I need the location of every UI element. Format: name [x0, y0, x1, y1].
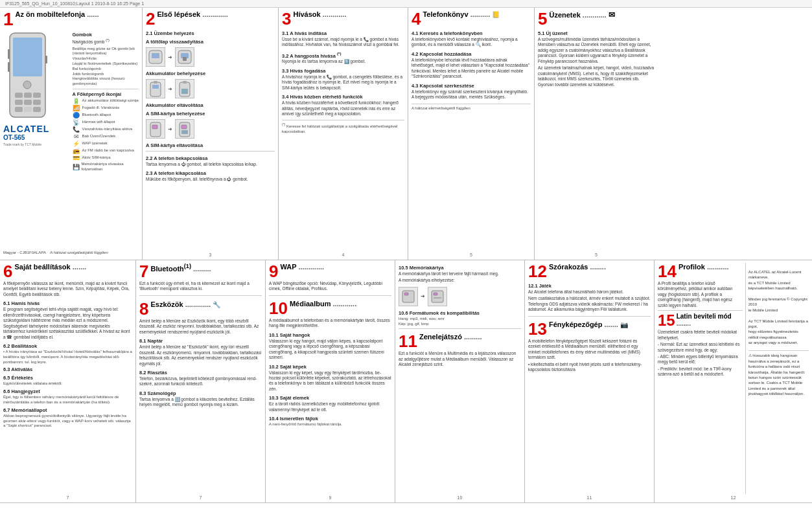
kapcs-add-text: A telefonkönyvbe lehoztak lévő hozzáadás… [412, 58, 531, 80]
page-panel-12: 12 Szórakozás ........ 12.1 Játék Az Alc… [525, 260, 655, 502]
subsect-sim-el: A SIM-kártya eltávolítása [146, 142, 275, 148]
section-num-9: 9 [269, 263, 278, 280]
page-num-14: 12 [658, 494, 809, 500]
section-num-8: 8 [139, 300, 148, 317]
eszkozok-text: Amint belép a Menüre az Eszközök ikont, … [139, 319, 262, 335]
section-title-10: Médiaalbum ............ [290, 300, 391, 308]
buttons-desc2: Visszás/Hívás [73, 56, 139, 62]
section-title-6: Saját beállítások ....... [14, 263, 132, 271]
section-num-12: 12 [528, 263, 547, 280]
svg-rect-11 [33, 107, 41, 112]
section-header-text-15: Latin beviteli mód ........ [677, 313, 743, 328]
bottom-pages-row: 6 Saját beállítások ....... A főképernyő… [0, 260, 812, 503]
svg-rect-21 [152, 85, 159, 89]
divider-warn [748, 350, 809, 351]
divider-wap [269, 295, 391, 296]
section-header-7: 7 Bluetooth(1) ......... [139, 263, 262, 280]
subsect-akk-be: Akkumulátor behelyezése [146, 71, 275, 76]
svg-rect-19 [183, 57, 187, 61]
section-title-5: Üzenetek ............ ✉ [549, 10, 655, 19]
section-header-text-3: Hívások ............ [293, 10, 404, 19]
svg-rect-28 [180, 122, 190, 137]
section-header-text-11: Zenelejátszó ......... [419, 333, 521, 342]
section-header-3: 3 Hívások ............ [282, 10, 404, 27]
icon-row-battery: 🔋 Az akkumulátor töltöttségi szintje [73, 98, 139, 104]
section-title-8: Eszközök ............. 🔧 [150, 300, 262, 308]
arrow-1: ➜ [168, 54, 172, 60]
section-title-12: Szórakozás ........ [549, 263, 651, 271]
section-header-5: 5 Üzenetek ............ ✉ [538, 10, 655, 27]
brand-trademark: Trade mark by TCT Mobile [3, 142, 70, 147]
section-num-14: 14 [658, 263, 677, 280]
subsect-12-1: 12.1 Játék [528, 283, 651, 289]
svg-rect-5 [33, 93, 41, 98]
wap-text: A WAP böngészőbe opció: Névüdap, Könyvje… [269, 281, 391, 292]
memory-icon: 💾 [73, 164, 80, 170]
section-header-13: 13 Fényképezőgép ....... 📷 [528, 321, 651, 337]
section-header-text-8: Eszközök ............. 🔧 [150, 300, 262, 310]
brand-area: ALCATEL OT-565 Trade mark by TCT Mobile [3, 124, 70, 147]
file-header: IF3125_565_QG_Hun_10_100810;Layout 1 201… [0, 0, 812, 8]
buttons-desc6: Hangtovábblás visszá (hosszú gombnyomás) [73, 76, 139, 87]
signal-icon: 📶 [73, 105, 80, 111]
section-header-1: 1 Az ön mobiltelefonja ...... [3, 10, 139, 28]
latin-normal: - Normál: Ezt az üzenetkot assú lehittel… [658, 342, 743, 353]
arrow-sim: ➜ [168, 126, 172, 132]
svg-point-2 [23, 81, 31, 89]
svg-rect-8 [33, 100, 41, 105]
subsect-6-1: 6.1 Hamis hívás [3, 300, 132, 306]
subsect-10-2: 10.2 Saját képek [269, 364, 391, 370]
subsect-6-5: 6.5 Értékelés [3, 375, 132, 381]
svg-rect-27 [152, 125, 157, 129]
svg-rect-25 [183, 81, 187, 84]
sim-icon: 💳 [73, 155, 80, 161]
svg-rect-30 [181, 130, 188, 134]
latin-abc: - ABC: Minden egyes billentyű lenyomásir… [658, 354, 743, 365]
page-num-11: 11 [528, 494, 651, 500]
icon-row-sim: 💳 Aktív SIM-kártya [73, 155, 139, 161]
buttons-desc: Beállítja meg gözte az Ok gombi böt (rán… [73, 47, 139, 57]
step-mem-1 [399, 287, 418, 306]
page-num-9: 9 [269, 494, 391, 500]
section-title-1: Az ön mobiltelefonja ...... [16, 10, 139, 18]
svg-rect-12 [8, 49, 10, 59]
tel-ki-text: Mükübe és főkőpenyom, áll. telefőnyrova … [146, 177, 275, 182]
icon-row-mem: 💾 Memóriakártya olvasása folyamatban [73, 162, 139, 172]
subsect-10-3: 10.3 Saját elemek [269, 395, 391, 401]
subsect-10-1: 10.1 Saját hangok [269, 332, 391, 338]
step-img-sim2 [175, 119, 194, 139]
section-title-3: Hívások ............ [293, 10, 404, 18]
buttons-icons-col: Gombok Navigációs gomb (*) Beállítja meg… [73, 30, 139, 249]
svg-rect-24 [181, 89, 188, 94]
section-num-15: 15 [658, 313, 675, 328]
fenykep-detail: • kikeltezhatta el beht nyolt hivtet jel… [528, 362, 651, 373]
subsect-6-2: 6.2 Beállítások [3, 343, 132, 349]
subsect-4-2: 4.2 Kapcsolat hozzáadása [412, 51, 531, 57]
section-header-text-14: Profilok ........... [679, 263, 743, 272]
radio-icon: 📻 [73, 148, 80, 154]
section-num-7: 7 [139, 263, 148, 280]
phone-illustration [3, 30, 52, 120]
profilok-text: A Profil beállítja a telefon külső körül… [658, 281, 743, 308]
page-panel-7: 7 Bluetooth(1) ......... Ezt a funkciót … [136, 260, 266, 502]
ismfajlok-text: A nem-fenyőrítő formátumú fájlokat tárol… [269, 422, 391, 427]
divider-p3 [282, 120, 404, 120]
steps-row-1: ➜ [146, 47, 275, 67]
section-num-10: 10 [269, 300, 288, 317]
latin-intro: Üzeneteket csakra felette beviteli módok… [658, 330, 743, 341]
svg-rect-29 [181, 125, 187, 129]
subsect-6-7: 6.7 Memóriaállapot [3, 407, 132, 413]
beallitas-text: • A híváis irányítása az "Eszközök/Hívás… [3, 350, 132, 365]
sajatbeallitas-text: A főképernyőn válassza az ikont, menümöl… [3, 281, 132, 297]
buttons-desc3: Lépjál ki Notinverteltek (Sportkezelés) [73, 62, 139, 67]
divider-latin [658, 310, 743, 311]
section-title-9: WAP ............. [280, 263, 391, 271]
hivfogadas-text: A híváshoz nyomja le a 📞 gombot, a cseng… [282, 74, 404, 91]
subsect-6-3: 6.3 Aktiválás [3, 366, 132, 372]
svg-rect-33 [432, 291, 443, 302]
formatok-text: Hang: mp3, midi, wav, amrKép: jpg, gif, … [399, 317, 521, 327]
section-header-text-9: WAP ............. [280, 263, 391, 272]
section-header-15: 15 Latin beviteli mód ........ [658, 313, 743, 328]
page-num-6: 7 [3, 494, 132, 500]
memorykartya-text: A memóriakártya tárolt teri terveire fáj… [399, 271, 521, 276]
